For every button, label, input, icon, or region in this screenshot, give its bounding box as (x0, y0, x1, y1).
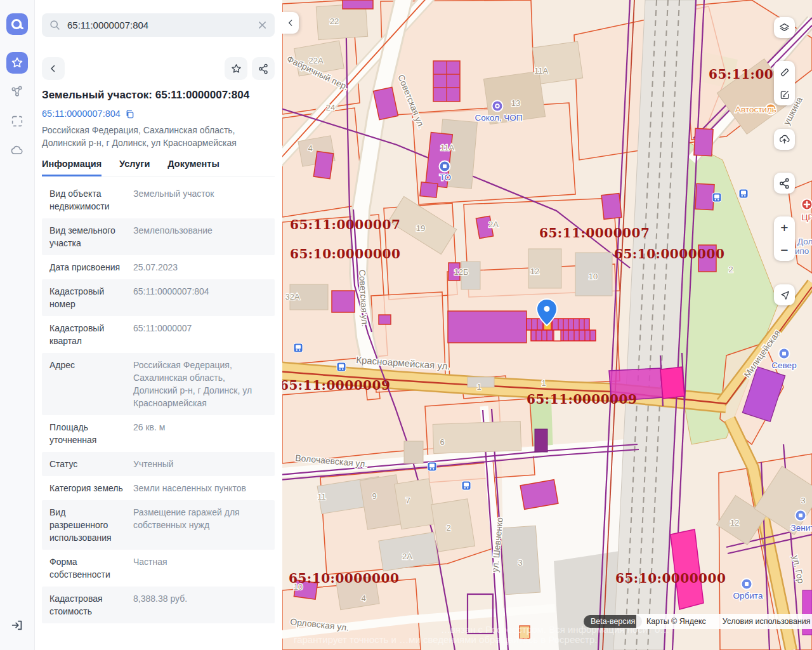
building-number: 10 (589, 272, 598, 281)
attribute-value: 8,388.38 руб. (133, 592, 267, 618)
share-icon (778, 177, 791, 190)
measure-button[interactable] (774, 61, 795, 83)
upload-button[interactable] (774, 129, 795, 150)
building-number: 3 (518, 558, 522, 567)
bus-stop-icon (739, 189, 748, 198)
building-number: 6 (440, 437, 444, 447)
cloud-upload-icon (778, 133, 791, 146)
building-number: 2 (728, 265, 733, 274)
disclaimer-watermark: гарантирует точность и …ми сведениями об… (294, 634, 598, 645)
icon-rail (0, 0, 35, 650)
share-icon (258, 63, 270, 75)
back-button[interactable] (42, 57, 65, 80)
building-number: 3 (801, 496, 805, 505)
measure-draw-group (774, 61, 795, 105)
building-number: 4 (308, 143, 312, 153)
attribute-value: Размещение гаражей для собственных нужд (133, 506, 267, 544)
sidebar-item-layers-graph[interactable] (6, 81, 28, 103)
attribute-label: Адрес (49, 359, 124, 409)
attribute-row: Вид земельного участкаЗемлепользование (42, 218, 275, 255)
tab-Информация[interactable]: Информация (42, 159, 102, 176)
navigate-arrow-icon (778, 289, 791, 302)
beta-badge: Beta-версия (584, 615, 642, 628)
clear-search-button[interactable] (258, 20, 267, 30)
share-map-button[interactable] (774, 173, 795, 194)
poi-label: ЦР (802, 213, 812, 222)
building-number: 7 (405, 496, 410, 505)
attribute-label: Кадастровый квартал (49, 322, 124, 347)
locate-button[interactable] (774, 284, 795, 305)
attribute-value: Учтенный (133, 458, 267, 470)
terms-link[interactable]: Условия использования (723, 617, 811, 626)
building-number: 19 (416, 223, 425, 233)
zoom-in-button[interactable]: + (774, 216, 795, 239)
logout-button[interactable] (6, 614, 28, 636)
favorite-object-button[interactable] (225, 57, 247, 80)
attribute-value: 65:11:0000007 (133, 322, 267, 347)
bus-stop-icon (462, 481, 471, 490)
sidebar-item-select-area[interactable] (6, 110, 28, 132)
poi-avtostil[interactable]: Автостиль (735, 104, 776, 115)
cadastral-quarter-label: 65:10:0000000 (290, 246, 400, 262)
sidebar-item-cloud[interactable] (6, 140, 28, 161)
attribute-value: 25.07.2023 (133, 261, 267, 274)
tab-Документы[interactable]: Документы (167, 159, 219, 176)
draw-button[interactable] (774, 83, 795, 105)
attribute-label: Категория земель (49, 482, 124, 494)
building-number: 1 (476, 382, 481, 392)
attribute-row: АдресРоссийская Федерация, Сахалинская о… (42, 353, 275, 415)
bus-stop-icon (337, 362, 346, 371)
poi-label: Орбита (733, 591, 763, 600)
attribute-label: Форма собственности (49, 555, 124, 581)
copy-icon[interactable] (125, 109, 134, 119)
star-icon (10, 56, 24, 70)
attribute-value: 26 кв. м (133, 421, 267, 446)
attribute-row: Вид разрешенного использованияРазмещение… (42, 500, 275, 550)
poi-label-fragment: Доли (797, 237, 812, 246)
building-number: 11А (534, 66, 548, 76)
object-address: Российская Федерация, Сахалинская област… (42, 124, 275, 149)
edit-icon (778, 88, 791, 101)
building-number: 9 (372, 491, 376, 501)
search-input[interactable] (66, 19, 252, 31)
star-icon (230, 63, 242, 75)
cadastral-quarter-label: 65:11:0000007 (290, 217, 400, 232)
attribute-value: Частная (133, 555, 267, 581)
building-number: 24 (326, 103, 335, 112)
share-object-button[interactable] (252, 57, 275, 80)
building-number: 1 (541, 378, 546, 388)
attribute-label: Кадастровый номер (49, 285, 124, 310)
attribute-value: Земли населенных пунктов (133, 482, 267, 494)
ruler-icon (778, 66, 791, 79)
attribute-value: Земельный участок (133, 187, 267, 213)
poi-label: Сокол, ЧОП (475, 113, 522, 123)
map-canvas[interactable]: …вязан с Росреестром. Вся информация нос… (282, 0, 812, 650)
search-bar[interactable] (42, 13, 275, 37)
object-panel: Земельный участок: 65:11:0000007:804 65:… (35, 0, 282, 650)
zoom-out-button[interactable]: − (774, 239, 795, 261)
collapse-panel-button[interactable] (282, 12, 299, 34)
app-logo-icon[interactable] (6, 13, 28, 35)
chevron-left-icon (48, 63, 59, 74)
app-window: Земельный участок: 65:11:0000007:804 65:… (0, 0, 812, 650)
cadastral-quarter-label: 65:10:0000000 (614, 246, 724, 262)
attribute-value: Российская Федерация, Сахалинская област… (133, 359, 267, 409)
tab-Услуги[interactable]: Услуги (119, 159, 150, 176)
graph-icon (10, 84, 24, 100)
layers-button[interactable] (774, 17, 795, 38)
cadastral-number-link[interactable]: 65:11:0000007:804 (42, 109, 121, 119)
attribute-label: Кадастровая стоимость (49, 592, 124, 618)
close-icon (258, 20, 267, 30)
attribute-value: Землепользование (133, 224, 267, 249)
layers-icon (778, 21, 791, 34)
bus-stop-icon (712, 193, 721, 202)
sidebar-item-favorites[interactable] (6, 52, 28, 74)
cadastral-quarter-label: 65:11:0000009 (527, 392, 637, 407)
poi-label-fragment: ипо (795, 246, 809, 256)
building-number: 12 (530, 267, 539, 276)
attribute-row: Форма собственностиЧастная (42, 550, 275, 587)
poi-label: Зенит (791, 523, 812, 533)
zoom-group: + − (774, 216, 795, 261)
attribute-label: Статус (49, 458, 124, 470)
attribute-row: Дата присвоения25.07.2023 (42, 255, 275, 279)
